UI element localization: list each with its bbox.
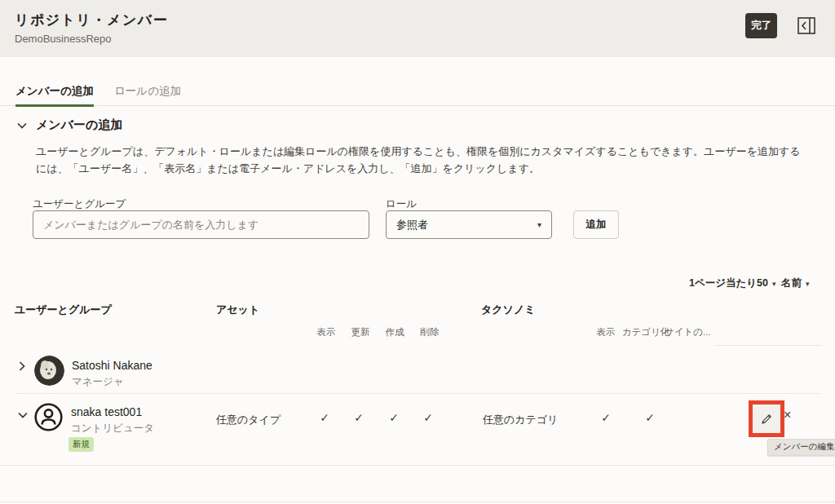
member-name-input[interactable] <box>33 210 369 239</box>
check-icon: ✓ <box>389 411 399 424</box>
collapse-panel-icon[interactable] <box>797 17 815 34</box>
avatar <box>34 356 64 386</box>
new-badge: 新規 <box>68 437 94 452</box>
section-collapse-chevron-icon[interactable] <box>17 122 27 129</box>
repository-members-page: リポジトリ・メンバー DemoBusinessRepo 完了 メンバーの追加 ロ… <box>0 0 835 504</box>
chevron-down-icon: ▾ <box>537 220 541 229</box>
check-icon: ✓ <box>601 411 611 424</box>
bottom-divider <box>0 502 835 502</box>
role-label: ロール <box>386 197 417 211</box>
check-icon: ✓ <box>645 411 655 424</box>
check-icon: ✓ <box>320 411 329 424</box>
section-title: メンバーの追加 <box>36 117 122 133</box>
done-button[interactable]: 完了 <box>745 13 777 38</box>
tab-add-members[interactable]: メンバーの追加 <box>15 84 94 99</box>
member-name: Satoshi Nakane <box>72 359 152 372</box>
subheader-asset-create: 作成 <box>386 326 404 338</box>
add-button[interactable]: 追加 <box>573 210 619 239</box>
chevron-down-icon[interactable] <box>18 412 28 418</box>
page-title: リポジトリ・メンバー <box>15 11 168 29</box>
tab-bar: メンバーの追加 ロールの追加 <box>0 78 835 106</box>
member-name: snaka test001 <box>71 405 142 418</box>
tab-add-roles[interactable]: ロールの追加 <box>114 84 181 99</box>
action-highlight-box <box>749 400 784 437</box>
per-page-value: 1ページ当たり50 <box>689 277 768 289</box>
page-header: リポジトリ・メンバー DemoBusinessRepo 完了 <box>0 0 835 57</box>
column-header-taxonomies: タクソノミ <box>481 303 536 317</box>
taxonomy-scope: 任意のカテゴリ <box>483 413 559 427</box>
edit-member-button[interactable] <box>761 413 772 425</box>
column-header-assets: アセット <box>216 303 259 317</box>
asset-scope: 任意のタイプ <box>216 413 281 427</box>
section-divider <box>0 465 835 466</box>
remove-member-button[interactable]: × <box>784 409 791 422</box>
chevron-down-icon: ▾ <box>806 280 810 288</box>
chevron-down-icon: ▾ <box>772 280 776 288</box>
actions-column-divider <box>715 345 822 346</box>
check-icon: ✓ <box>423 411 433 424</box>
member-role: マネージャ <box>72 375 124 389</box>
section-description: ユーザーとグループは、デフォルト・ロールまたは編集ロールの権限を使用することも、… <box>36 143 807 177</box>
check-icon: ✓ <box>354 411 364 424</box>
sort-value: 名前 <box>781 277 802 289</box>
subheader-tax-view: 表示 <box>597 326 616 338</box>
avatar-person-icon <box>34 403 63 431</box>
chevron-right-icon[interactable] <box>19 361 25 371</box>
users-groups-label: ユーザーとグループ <box>33 197 126 211</box>
column-header-users: ユーザーとグループ <box>15 303 112 317</box>
role-select[interactable]: 参照者 ▾ <box>386 210 552 239</box>
row-divider <box>15 393 820 394</box>
repository-name: DemoBusinessRepo <box>15 33 112 45</box>
pencil-icon <box>761 413 772 425</box>
subheader-asset-view: 表示 <box>317 326 336 338</box>
subheader-tax-categorize: カテゴリ化 <box>622 326 670 338</box>
per-page-dropdown[interactable]: 1ページ当たり50▾ <box>689 276 776 290</box>
role-selected-value: 参照者 <box>396 218 428 232</box>
sort-dropdown[interactable]: 名前▾ <box>781 276 810 290</box>
subheader-tax-sites: サイトの... <box>665 326 711 338</box>
member-role: コントリビュータ <box>71 422 154 435</box>
subheader-asset-update: 更新 <box>351 326 370 338</box>
edit-member-tooltip: メンバーの編集 <box>767 439 835 456</box>
subheader-asset-delete: 削除 <box>421 326 440 338</box>
